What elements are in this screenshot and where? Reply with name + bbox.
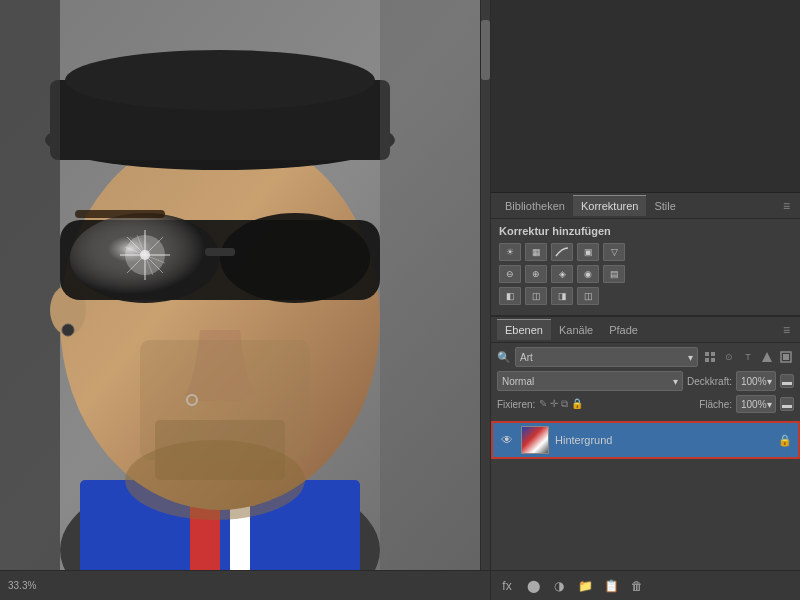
layers-tab-bar: Ebenen Kanäle Pfade ≡ [491,317,800,343]
layer-lock-icon: 🔒 [778,433,792,447]
korrekturen-panel: Korrektur hinzufügen ☀ ▦ ▣ ▽ ⊖ ⊕ ◈ ◉ [491,219,800,316]
blackwhite-adjustment-icon[interactable]: ◈ [551,265,573,283]
posterize-adjustment-icon[interactable]: ◨ [551,287,573,305]
tab-bibliotheken[interactable]: Bibliotheken [497,196,573,216]
svg-marker-34 [762,352,772,362]
svg-point-8 [65,50,375,110]
svg-rect-27 [75,210,165,218]
svg-rect-32 [705,358,709,362]
svg-rect-33 [711,358,715,362]
svg-point-14 [220,213,370,303]
smart-filter-icon[interactable] [778,349,794,365]
flache-decrement-button[interactable]: ▬ [780,397,794,411]
layers-list: 👁 Hintergrund 🔒 [491,421,800,570]
hsl-adjustment-icon[interactable]: ⊖ [499,265,521,283]
filter-icon-group: ⊙ T [702,349,794,365]
flache-value: 100% [741,399,767,410]
art-dropdown[interactable]: Art ▾ [515,347,698,367]
svg-rect-30 [705,352,709,356]
svg-rect-15 [205,248,235,256]
svg-point-28 [125,440,305,520]
tab-kanale[interactable]: Kanäle [551,320,601,340]
flache-arrow: ▾ [767,399,772,410]
text-filter-icon[interactable]: T [740,349,756,365]
fix-artboard-icon[interactable]: ⧉ [561,398,568,410]
add-mask-button[interactable]: ⬤ [523,576,543,596]
layers-collapse-button[interactable]: ≡ [779,323,794,337]
adjustment-tab-bar: Bibliotheken Korrekturen Stile ≡ [491,193,800,219]
panel-top-preview [491,0,800,193]
adjustment-icons-row3: ◧ ◫ ◨ ◫ [499,287,792,305]
channelmixer-adjustment-icon[interactable]: ▤ [603,265,625,283]
fixieren-icons-group: ✎ ✛ ⧉ 🔒 [539,398,583,410]
threshold-adjustment-icon[interactable]: ◫ [577,287,599,305]
colorbalance-adjustment-icon[interactable]: ⊕ [525,265,547,283]
svg-rect-9 [0,0,60,570]
scrollbar-thumb[interactable] [481,20,490,80]
zoom-level: 33.3% [8,580,36,591]
add-adjustment-button[interactable]: ◑ [549,576,569,596]
svg-rect-29 [380,0,480,570]
levels-adjustment-icon[interactable]: ▦ [525,243,547,261]
photo-bottom-bar: 33.3% [0,570,490,600]
layers-filter-row: 🔍 Art ▾ ⊙ T [497,347,794,367]
search-icon: 🔍 [497,351,511,364]
layer-item-hintergrund[interactable]: 👁 Hintergrund 🔒 [491,421,800,459]
svg-point-23 [140,250,150,260]
opacity-arrow: ▾ [767,376,772,387]
tab-collapse-button[interactable]: ≡ [779,199,794,213]
art-dropdown-arrow: ▾ [688,352,693,363]
blend-opacity-row: Normal ▾ Deckkraft: 100% ▾ ▬ [497,371,794,391]
photofilter-adjustment-icon[interactable]: ◉ [577,265,599,283]
fix-pixel-icon[interactable]: ✎ [539,398,547,410]
adjustment-filter-icon[interactable]: ⊙ [721,349,737,365]
colorlookup-adjustment-icon[interactable]: ◧ [499,287,521,305]
layers-bottom-bar: fx ⬤ ◑ 📁 📋 🗑 [491,570,800,600]
add-layer-button[interactable]: 📋 [601,576,621,596]
flache-value-input[interactable]: 100% ▾ [736,395,776,413]
svg-rect-31 [711,352,715,356]
fixieren-row: Fixieren: ✎ ✛ ⧉ 🔒 Fläche: 100% ▾ ▬ [497,395,794,413]
adjustment-icons-row1: ☀ ▦ ▣ ▽ [499,243,792,261]
korrekturen-title: Korrektur hinzufügen [499,225,792,237]
blend-mode-label: Normal [502,376,534,387]
svg-rect-36 [783,354,789,360]
fix-move-icon[interactable]: ✛ [550,398,558,410]
invert-adjustment-icon[interactable]: ◫ [525,287,547,305]
adjustment-icons-row2: ⊖ ⊕ ◈ ◉ ▤ [499,265,792,283]
photo-image-container [0,0,480,570]
blend-mode-dropdown[interactable]: Normal ▾ [497,371,683,391]
photo-vertical-scrollbar[interactable] [480,0,490,570]
svg-point-11 [62,324,74,336]
layer-name: Hintergrund [555,434,772,446]
pixel-filter-icon[interactable] [702,349,718,365]
layer-fx-button[interactable]: fx [497,576,517,596]
add-group-button[interactable]: 📁 [575,576,595,596]
curves-adjustment-icon[interactable] [551,243,573,261]
layer-visibility-toggle[interactable]: 👁 [499,432,515,448]
vibrance-adjustment-icon[interactable]: ▽ [603,243,625,261]
flache-label: Fläche: [699,399,732,410]
shape-filter-icon[interactable] [759,349,775,365]
brightness-adjustment-icon[interactable]: ☀ [499,243,521,261]
right-panel: Bibliotheken Korrekturen Stile ≡ Korrekt… [490,0,800,600]
delete-layer-button[interactable]: 🗑 [627,576,647,596]
art-dropdown-label: Art [520,352,533,363]
layers-controls: 🔍 Art ▾ ⊙ T [491,343,800,421]
fixieren-label: Fixieren: [497,399,535,410]
blend-mode-arrow: ▾ [673,376,678,387]
tab-stile[interactable]: Stile [646,196,683,216]
photo-svg [0,0,480,570]
exposure-adjustment-icon[interactable]: ▣ [577,243,599,261]
layer-thumbnail [521,426,549,454]
layer-thumb-preview [522,427,548,453]
tab-ebenen[interactable]: Ebenen [497,319,551,340]
opacity-value-input[interactable]: 100% ▾ [736,371,776,391]
tab-korrekturen[interactable]: Korrekturen [573,195,646,216]
opacity-decrement-button[interactable]: ▬ [780,374,794,388]
tab-pfade[interactable]: Pfade [601,320,646,340]
fix-lock-icon[interactable]: 🔒 [571,398,583,410]
photo-canvas-area: 33.3% [0,0,490,600]
opacity-value: 100% [741,376,767,387]
opacity-label: Deckkraft: [687,376,732,387]
